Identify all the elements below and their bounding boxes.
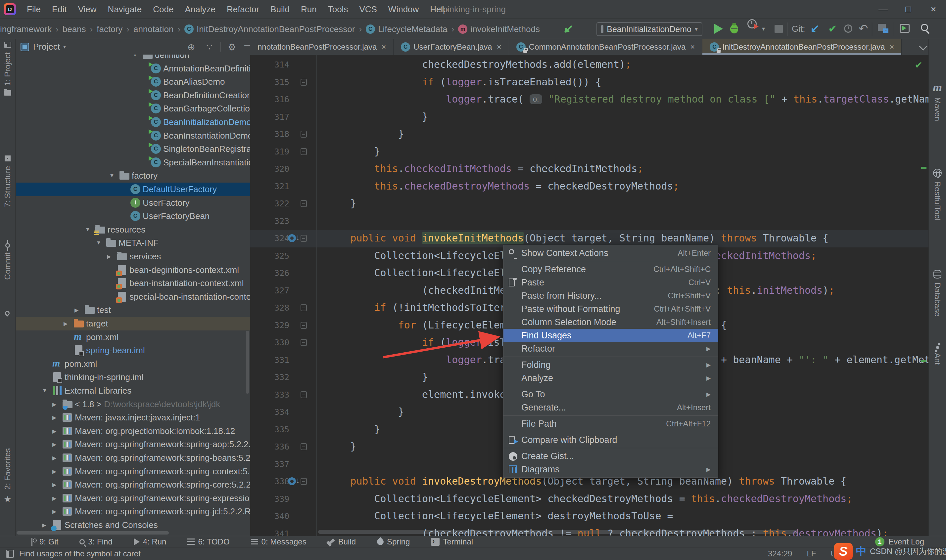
toolwindow-button-0-messages[interactable]: 0: Messages bbox=[251, 537, 307, 546]
tree-row-userfactorybean[interactable]: CUserFactoryBean bbox=[16, 209, 250, 223]
menubar-item-view[interactable]: View bbox=[72, 0, 102, 19]
project-structure-icon[interactable] bbox=[878, 24, 888, 33]
tree-row-external-libraries[interactable]: ▼External Libraries bbox=[16, 384, 250, 398]
code-line-318[interactable]: 318 } bbox=[250, 126, 929, 143]
toolwindow-button-spring[interactable]: Spring bbox=[377, 537, 410, 546]
fold-marker-icon[interactable] bbox=[300, 391, 307, 398]
context-menu-item-generate[interactable]: Generate...Alt+Insert bbox=[504, 401, 718, 414]
run-configuration-select[interactable]: BeanInitializationDemo ▾ bbox=[596, 22, 703, 36]
toolwindow-button-build[interactable]: Build bbox=[328, 537, 356, 546]
toolwindow-button-6-todo[interactable]: 6: TODO bbox=[187, 537, 230, 546]
editor-tab-initdestroyannotationbeanpostprocessor-java[interactable]: CInitDestroyAnnotationBeanPostProcessor.… bbox=[703, 39, 902, 55]
search-everywhere-icon[interactable] bbox=[921, 24, 928, 31]
tree-collapsed-arrow-icon[interactable]: ▶ bbox=[52, 401, 56, 408]
pin-icon[interactable] bbox=[4, 310, 11, 317]
profiler-dropdown-icon[interactable]: ▾ bbox=[762, 25, 765, 32]
toolwindow-button-4-run[interactable]: 4: Run bbox=[134, 537, 166, 546]
code-line-341[interactable]: 341 (checkedDestroyMethods != null ? che… bbox=[250, 525, 929, 536]
context-menu-item-folding[interactable]: Folding▶ bbox=[504, 358, 718, 371]
menubar-item-run[interactable]: Run bbox=[295, 0, 322, 19]
git-update-icon[interactable]: ↙ bbox=[810, 22, 820, 35]
build-arrow-icon[interactable] bbox=[563, 23, 575, 36]
tree-row-test[interactable]: ▶test bbox=[16, 303, 250, 317]
run-anything-icon[interactable] bbox=[900, 24, 910, 33]
context-menu-item-refactor[interactable]: Refactor▶ bbox=[504, 342, 718, 355]
tree-row-annotationbeandefinitiondemo[interactable]: CAnnotationBeanDefinitionDemo bbox=[16, 62, 250, 75]
settings-gear-icon[interactable]: ⚙ bbox=[228, 42, 236, 52]
tree-row-maven-org-springframework-spring-context-5-2-2-release[interactable]: ▶Maven: org.springframework:spring-conte… bbox=[16, 465, 250, 478]
code-line-322[interactable]: 322 } bbox=[250, 195, 929, 213]
context-menu-item-paste[interactable]: PasteCtrl+V bbox=[504, 276, 718, 289]
tree-row-1-8[interactable]: ▶< 1.8 > D:\worksprace\devtools\jdk\jdk bbox=[16, 398, 250, 411]
tree-row-services[interactable]: ▶services bbox=[16, 250, 250, 263]
context-menu-item-find-usages[interactable]: Find UsagesAlt+F7 bbox=[504, 329, 718, 342]
close-button[interactable]: × bbox=[921, 0, 946, 18]
chevron-down-icon[interactable]: ▾ bbox=[63, 44, 66, 50]
menubar-item-navigate[interactable]: Navigate bbox=[102, 0, 148, 19]
tree-row-maven-org-springframework-spring-expression-5-2-2-release[interactable]: ▶Maven: org.springframework:spring-expre… bbox=[16, 492, 250, 505]
tree-row-factory[interactable]: ▼factory bbox=[16, 169, 250, 183]
right-strip-item-ant[interactable]: Ant bbox=[929, 346, 946, 365]
menubar-item-code[interactable]: Code bbox=[147, 0, 179, 19]
tree-row-pom-xml[interactable]: mpom.xml bbox=[16, 331, 250, 344]
override-method-gutter-icon[interactable] bbox=[288, 234, 296, 242]
context-menu-item-create-gist[interactable]: Create Gist... bbox=[504, 449, 718, 463]
code-line-319[interactable]: 319 } bbox=[250, 143, 929, 161]
menubar-item-window[interactable]: Window bbox=[383, 0, 424, 19]
tree-row-maven-org-springframework-spring-core-5-2-2-release[interactable]: ▶Maven: org.springframework:spring-core:… bbox=[16, 478, 250, 492]
tree-row-beanaliasdemo[interactable]: CBeanAliasDemo bbox=[16, 75, 250, 89]
tree-row-maven-org-springframework-spring-jcl-5-2-2-release[interactable]: ▶Maven: org.springframework:spring-jcl:5… bbox=[16, 505, 250, 518]
git-rollback-icon[interactable]: ↶ bbox=[859, 22, 868, 35]
right-strip-item-maven[interactable]: mMaven bbox=[929, 82, 946, 121]
code-line-321[interactable]: 321 this.checkedDestroyMethods = checked… bbox=[250, 178, 929, 195]
context-menu-item-analyze[interactable]: Analyze▶ bbox=[504, 371, 718, 385]
right-strip-item-database[interactable]: Database bbox=[929, 270, 946, 317]
menubar-item-vcs[interactable]: VCS bbox=[353, 0, 382, 19]
tree-row-bean-deginitions-context-xml[interactable]: bean-deginitions-context.xml bbox=[16, 263, 250, 277]
tab-close-icon[interactable]: × bbox=[690, 42, 695, 52]
tree-row-special-bean-instantiation-context-xml[interactable]: special-bean-instantiation-context.xml bbox=[16, 290, 250, 304]
fold-marker-icon[interactable] bbox=[300, 79, 307, 86]
tab-close-icon[interactable]: × bbox=[381, 42, 386, 52]
tree-row-scratches-and-consoles[interactable]: ▶Scratches and Consoles bbox=[16, 518, 250, 532]
code-line-316[interactable]: 316 logger.trace( o: "Registered destroy… bbox=[250, 91, 929, 109]
fold-marker-icon[interactable] bbox=[300, 443, 307, 450]
context-menu-item-copy-reference[interactable]: Copy ReferenceCtrl+Alt+Shift+C bbox=[504, 263, 718, 276]
tree-collapsed-arrow-icon[interactable]: ▶ bbox=[107, 253, 111, 260]
tree-row-spring-bean-iml[interactable]: spring-bean.iml bbox=[16, 344, 250, 357]
minimize-button[interactable]: — bbox=[871, 0, 896, 18]
tab-close-icon[interactable]: × bbox=[889, 42, 894, 52]
breadcrumb-item-lifecyclemetadata[interactable]: LifecycleMetadata bbox=[378, 24, 447, 34]
breadcrumb-item-factory[interactable]: factory bbox=[97, 24, 122, 34]
tree-row-beangarbagecollectiondemo[interactable]: CBeanGarbageCollectionDemo bbox=[16, 102, 250, 115]
context-menu-item-compare-with-clipboard[interactable]: Compare with Clipboard bbox=[504, 433, 718, 446]
line-ending[interactable]: LF bbox=[807, 549, 816, 558]
tree-expanded-arrow-icon[interactable]: ▼ bbox=[109, 173, 114, 178]
tree-row-maven-javax-inject-javax-inject-1[interactable]: ▶Maven: javax.inject:javax.inject:1 bbox=[16, 411, 250, 425]
context-menu-item-column-selection-mode[interactable]: Column Selection ModeAlt+Shift+Insert bbox=[504, 315, 718, 329]
tree-collapsed-arrow-icon[interactable]: ▶ bbox=[52, 482, 56, 488]
fold-marker-icon[interactable] bbox=[300, 148, 307, 155]
context-menu-item-show-context-actions[interactable]: Show Context ActionsAlt+Enter bbox=[504, 246, 718, 260]
tree-row-bean-instantiation-context-xml[interactable]: bean-instantiation-context.xml bbox=[16, 277, 250, 290]
fold-marker-icon[interactable] bbox=[300, 339, 307, 346]
tree-row-pom-xml[interactable]: mpom.xml bbox=[16, 357, 250, 371]
profiler-button[interactable] bbox=[747, 19, 756, 28]
left-strip-item-7-structure[interactable]: 7: Structure bbox=[0, 155, 15, 207]
tree-row-maven-org-projectlombok-lombok-1-18-12[interactable]: ▶Maven: org.projectlombok:lombok:1.18.12 bbox=[16, 425, 250, 438]
tree-expanded-arrow-icon[interactable]: ▼ bbox=[85, 226, 90, 232]
context-menu-item-file-path[interactable]: File PathCtrl+Alt+F12 bbox=[504, 417, 718, 430]
breadcrumb-item-invokeinitmethods[interactable]: invokeInitMethods bbox=[470, 24, 540, 34]
tree-row-specialbeaninstantiationdemo[interactable]: CSpecialBeanInstantiationDemo bbox=[16, 156, 250, 169]
tree-row-maven-org-springframework-spring-beans-5-2-2-release[interactable]: ▶Maven: org.springframework:spring-beans… bbox=[16, 451, 250, 465]
left-strip-item-2-favorites[interactable]: 2: Favorites★ bbox=[0, 448, 15, 505]
tree-row-maven-org-springframework-spring-aop-5-2-2-release[interactable]: ▶Maven: org.springframework:spring-aop:5… bbox=[16, 438, 250, 451]
context-menu-item-paste-from-history[interactable]: Paste from History...Ctrl+Shift+V bbox=[504, 289, 718, 302]
analysis-mark[interactable] bbox=[921, 167, 926, 169]
tree-collapsed-arrow-icon[interactable]: ▶ bbox=[52, 495, 56, 502]
left-strip-item-commit[interactable]: Commit bbox=[0, 243, 15, 280]
tree-row-target[interactable]: ▶target bbox=[16, 317, 250, 331]
tree-collapsed-arrow-icon[interactable]: ▶ bbox=[42, 522, 46, 528]
tree-row-beaninstantiationdemo[interactable]: CBeanInstantiationDemo bbox=[16, 129, 250, 143]
context-menu-item-paste-without-formatting[interactable]: Paste without FormattingCtrl+Alt+Shift+V bbox=[504, 302, 718, 315]
